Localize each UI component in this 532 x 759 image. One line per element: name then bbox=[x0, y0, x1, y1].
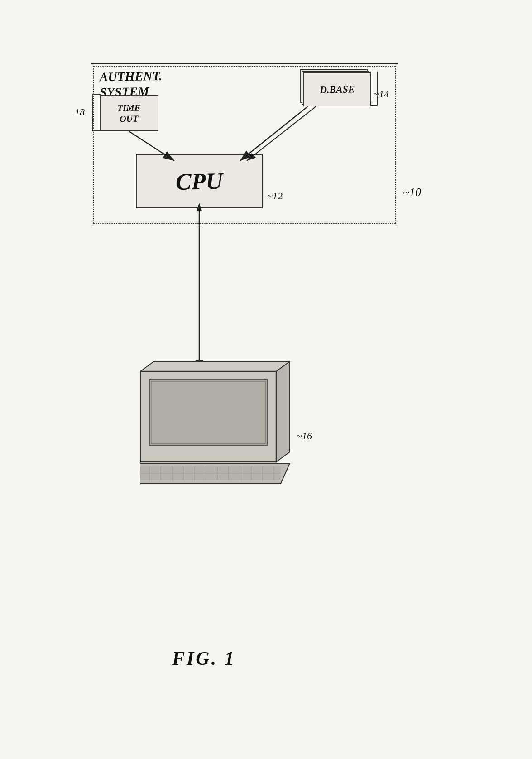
timeout-box: TIME OUT bbox=[100, 95, 158, 131]
fig-caption: FIG. 1 bbox=[172, 648, 236, 669]
label-12: ~12 bbox=[267, 190, 283, 202]
label-10: ~10 bbox=[403, 186, 421, 199]
monitor-container bbox=[140, 371, 294, 489]
cpu-label: CPU bbox=[175, 168, 223, 195]
diagram-container: AUTHENT. SYSTEM D.BASE TIME OUT CPU ~10 … bbox=[45, 36, 475, 716]
monitor-svg bbox=[140, 361, 303, 488]
svg-rect-13 bbox=[151, 381, 265, 443]
bracket-18 bbox=[92, 94, 101, 131]
dbase-box: D.BASE bbox=[303, 72, 371, 106]
label-18: 18 bbox=[75, 106, 85, 118]
cpu-box: CPU bbox=[136, 154, 263, 208]
dbase-label: D.BASE bbox=[320, 83, 355, 96]
svg-marker-10 bbox=[140, 361, 290, 371]
timeout-label: TIME OUT bbox=[117, 102, 141, 125]
label-14: ~14 bbox=[374, 88, 389, 100]
svg-marker-9 bbox=[276, 361, 290, 462]
label-16: ~16 bbox=[297, 430, 312, 442]
